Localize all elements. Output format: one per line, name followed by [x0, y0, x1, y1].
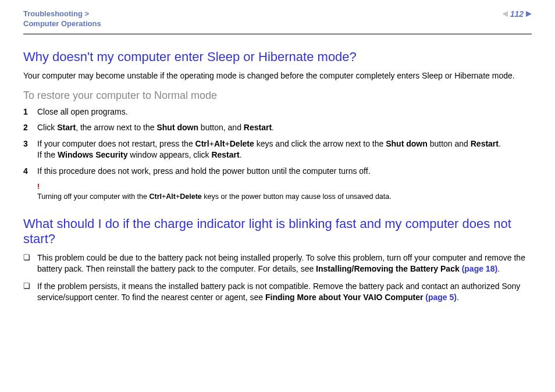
step-text: Click Start, the arrow next to the Shut … — [37, 122, 532, 134]
section-heading-sleep-hibernate: Why doesn't my computer enter Sleep or H… — [23, 49, 532, 65]
breadcrumb: Troubleshooting > Computer Operations — [23, 9, 101, 29]
page-number-nav: 112 — [502, 9, 532, 19]
bullet-icon: ❏ — [23, 252, 37, 275]
bullet-text: If the problem persists, it means the in… — [37, 281, 532, 304]
breadcrumb-line1: Troubleshooting > — [23, 9, 101, 19]
bullet-1: ❏ This problem could be due to the batte… — [23, 252, 532, 275]
warning-icon: ! — [37, 182, 532, 191]
sub-heading-restore: To restore your computer to Normal mode — [23, 90, 532, 102]
step-1: 1 Close all open programs. — [23, 106, 532, 118]
page-ref-link[interactable]: (page 18) — [462, 264, 497, 273]
step-3: 3 If your computer does not restart, pre… — [23, 138, 532, 161]
step-4: 4 If this procedure does not work, press… — [23, 166, 532, 177]
step-text: If this procedure does not work, press a… — [37, 166, 532, 177]
page-number: 112 — [510, 9, 524, 19]
bullet-text: This problem could be due to the battery… — [37, 252, 532, 275]
step-number: 2 — [23, 122, 37, 134]
bullet-list: ❏ This problem could be due to the batte… — [23, 252, 532, 304]
warning-block: ! Turning off your computer with the Ctr… — [23, 182, 532, 201]
step-number: 1 — [23, 106, 37, 118]
step-number: 4 — [23, 166, 37, 177]
page-ref-link[interactable]: (page 5) — [425, 293, 457, 302]
step-text: Close all open programs. — [37, 106, 532, 118]
page-header: Troubleshooting > Computer Operations 11… — [23, 9, 532, 34]
intro-text: Your computer may become unstable if the… — [23, 70, 532, 81]
section-heading-charge-indicator: What should I do if the charge indicator… — [23, 216, 532, 247]
prev-page-icon[interactable] — [502, 11, 508, 17]
warning-text: Turning off your computer with the Ctrl+… — [37, 193, 392, 201]
breadcrumb-line2: Computer Operations — [23, 19, 101, 29]
step-2: 2 Click Start, the arrow next to the Shu… — [23, 122, 532, 134]
restore-steps-list: 1 Close all open programs. 2 Click Start… — [23, 106, 532, 177]
next-page-icon[interactable] — [526, 11, 532, 17]
bullet-icon: ❏ — [23, 281, 37, 304]
bullet-2: ❏ If the problem persists, it means the … — [23, 281, 532, 304]
step-text: If your computer does not restart, press… — [37, 138, 532, 161]
step-number: 3 — [23, 138, 37, 161]
